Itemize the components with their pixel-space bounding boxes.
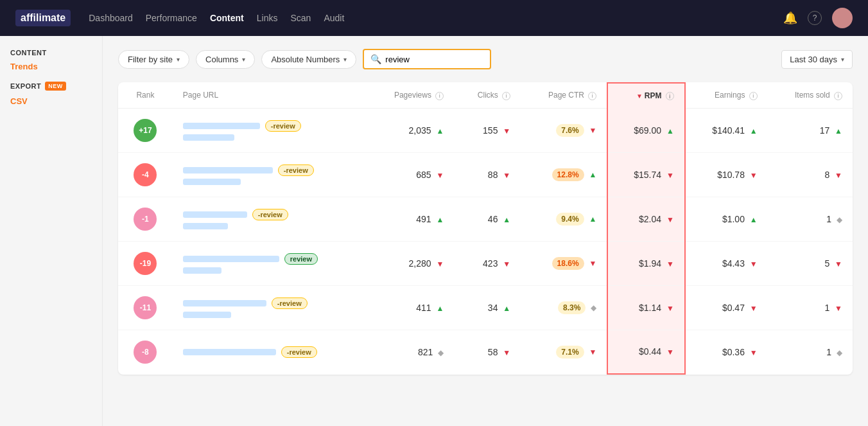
nav-performance[interactable]: Performance	[146, 13, 197, 23]
trend-arrow-down: ▼	[835, 304, 842, 313]
chevron-down-icon-2: ▾	[242, 56, 245, 63]
earnings-cell: $1.00 ▲	[685, 197, 768, 241]
url-bar-2	[183, 134, 234, 141]
help-icon[interactable]: ?	[808, 11, 822, 25]
rank-cell: -4	[118, 152, 173, 197]
pageviews-cell: 2,035 ▲	[367, 108, 454, 152]
review-tag: review	[284, 253, 318, 265]
rpm-value: $69.00	[634, 125, 661, 136]
earnings-value: $4.43	[722, 258, 745, 269]
absolute-numbers-button[interactable]: Absolute Numbers ▾	[261, 50, 356, 69]
ctr-badge: 9.4%	[556, 213, 584, 226]
col-clicks[interactable]: Clicks i	[454, 83, 521, 108]
rank-cell: -19	[118, 241, 173, 285]
nav-scan[interactable]: Scan	[290, 13, 311, 23]
trend-arrow-neutral: ◆	[837, 348, 842, 357]
earnings-value: $10.78	[717, 170, 745, 180]
pageviews-value: 2,280	[408, 258, 431, 269]
earnings-value: $140.41	[712, 125, 745, 136]
clicks-cell: 88 ▼	[454, 152, 521, 197]
col-ctr[interactable]: Page CTR i	[521, 83, 607, 108]
trend-arrow-down: ▼	[666, 215, 674, 224]
clicks-value: 34	[488, 303, 498, 313]
chevron-down-icon: ▾	[177, 56, 180, 63]
sidebar-trends[interactable]: Trends	[10, 62, 92, 71]
rpm-value: $0.44	[639, 346, 661, 357]
trend-arrow-down: ▼	[835, 171, 842, 180]
earnings-cell: $0.47 ▼	[685, 285, 768, 330]
navbar: affilimate Dashboard Performance Content…	[0, 0, 868, 36]
rpm-cell: $1.94 ▼	[607, 241, 684, 285]
col-earnings[interactable]: Earnings i	[685, 83, 768, 108]
nav-dashboard[interactable]: Dashboard	[89, 13, 133, 23]
search-icon: 🔍	[370, 54, 381, 64]
trend-arrow-down: ▼	[666, 171, 674, 180]
clicks-value: 46	[488, 214, 498, 224]
col-rpm[interactable]: ▼ RPM i	[607, 83, 684, 108]
trend-arrow-up: ▲	[835, 127, 842, 136]
col-items-sold[interactable]: Items sold i	[768, 83, 853, 108]
table-row: -11 -review 411 ▲ 34 ▲ 8.3% ◆ $1.14 ▼	[118, 285, 853, 330]
trend-arrow-up: ▲	[589, 215, 596, 224]
items-sold-cell: 1 ◆	[768, 330, 853, 374]
trend-arrow-down: ▼	[589, 348, 596, 357]
url-bar-1	[183, 123, 260, 129]
sidebar-content-heading: CONTENT	[10, 49, 92, 57]
items-sold-cell: 1 ◆	[768, 197, 853, 241]
review-tag: -review	[278, 164, 314, 176]
pageviews-cell: 491 ▲	[367, 197, 454, 241]
items-sold-cell: 5 ▼	[768, 241, 853, 285]
trend-arrow-neutral: ◆	[837, 215, 842, 224]
items-sold-cell: 17 ▲	[768, 108, 853, 152]
nav-audit[interactable]: Audit	[324, 13, 344, 23]
trend-arrow-up: ▲	[436, 127, 444, 136]
new-badge: NEW	[45, 82, 66, 91]
columns-button[interactable]: Columns ▾	[196, 50, 255, 69]
rpm-cell: $0.44 ▼	[607, 330, 684, 374]
rank-badge: -4	[134, 163, 157, 186]
trend-arrow-down: ▼	[750, 348, 758, 357]
clicks-value: 423	[483, 258, 498, 269]
url-cell: -review	[173, 108, 367, 152]
avatar[interactable]	[832, 8, 853, 28]
trend-arrow-down: ▼	[436, 260, 444, 269]
rank-badge: -19	[134, 252, 157, 275]
ctr-cell: 18.6% ▼	[521, 241, 607, 285]
filter-by-site-button[interactable]: Filter by site ▾	[118, 50, 189, 69]
bell-icon[interactable]: 🔔	[783, 11, 797, 25]
chevron-down-icon-4: ▾	[841, 56, 844, 63]
data-table: Rank Page URL Pageviews i Clicks i	[118, 82, 853, 375]
pageviews-cell: 685 ▼	[367, 152, 454, 197]
url-cell-content: review	[183, 253, 356, 274]
url-cell: -review	[173, 197, 367, 241]
sidebar-csv[interactable]: CSV	[10, 96, 28, 106]
info-icon-clicks: i	[502, 92, 510, 100]
items-sold-value: 1	[826, 347, 831, 357]
url-cell-content: -review	[183, 346, 356, 358]
url-bar-1	[183, 300, 266, 306]
url-bar-1	[183, 256, 279, 262]
nav-links-tab[interactable]: Links	[257, 13, 278, 23]
trend-arrow-down: ▼	[750, 260, 758, 269]
rank-badge: +17	[134, 119, 157, 142]
url-cell: -review	[173, 330, 367, 374]
pageviews-value: 2,035	[408, 125, 431, 136]
col-pageviews[interactable]: Pageviews i	[367, 83, 454, 108]
trend-arrow-down: ▼	[666, 304, 674, 313]
ctr-cell: 9.4% ▲	[521, 197, 607, 241]
date-filter-button[interactable]: Last 30 days ▾	[781, 50, 853, 69]
rpm-cell: $1.14 ▼	[607, 285, 684, 330]
clicks-cell: 58 ▼	[454, 330, 521, 374]
url-bar-1	[183, 349, 276, 355]
rank-cell: -1	[118, 197, 173, 241]
nav-content[interactable]: Content	[210, 13, 244, 23]
url-cell-content: -review	[183, 297, 356, 318]
rank-badge: -11	[134, 296, 157, 319]
earnings-value: $1.00	[722, 214, 745, 224]
trend-arrow-up: ▲	[436, 215, 444, 224]
pageviews-value: 821	[418, 347, 433, 357]
items-sold-cell: 1 ▼	[768, 285, 853, 330]
ctr-cell: 7.6% ▼	[521, 108, 607, 152]
trend-arrow-down: ▼	[589, 126, 596, 135]
search-input[interactable]	[385, 55, 462, 64]
